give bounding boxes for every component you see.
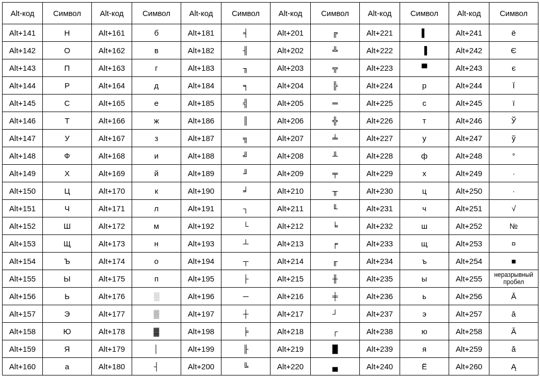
symbol-cell: с (400, 95, 449, 112)
alt-code-cell: Alt+145 (3, 95, 43, 112)
alt-code-cell: Alt+250 (449, 182, 489, 200)
symbol-cell: ╙ (311, 200, 360, 217)
symbol-cell: и (132, 147, 181, 165)
table-row: Alt+147УAlt+167зAlt+187╗Alt+207╧Alt+227у… (3, 130, 538, 147)
symbol-cell: └ (221, 217, 271, 235)
symbol-cell: ă (489, 340, 538, 358)
symbol-cell: Ā (489, 288, 538, 305)
table-row: Alt+158ЮAlt+178▓Alt+198╞Alt+218┌Alt+238ю… (3, 323, 538, 340)
symbol-cell: ║ (221, 112, 271, 130)
alt-code-cell: Alt+244 (449, 77, 489, 95)
table-header-row: Alt-код Символ Alt-код Символ Alt-код Си… (3, 3, 538, 24)
symbol-cell: у (400, 130, 449, 147)
alt-code-cell: Alt+178 (92, 323, 132, 340)
alt-code-cell: Alt+253 (449, 235, 489, 253)
alt-code-cell: Alt+175 (92, 270, 132, 288)
alt-code-cell: Alt+187 (181, 130, 221, 147)
alt-code-cell: Alt+213 (271, 235, 311, 253)
symbol-cell: ╝ (221, 147, 271, 165)
symbol-cell: Є (489, 42, 538, 59)
alt-code-cell: Alt+230 (360, 182, 400, 200)
alt-code-cell: Alt+192 (181, 217, 221, 235)
symbol-cell: ╟ (221, 340, 271, 358)
symbol-cell: Ъ (43, 253, 92, 270)
alt-code-cell: Alt+248 (449, 147, 489, 165)
symbol-cell: ╕ (221, 77, 271, 95)
alt-code-cell: Alt+240 (360, 358, 400, 375)
header-code: Alt-код (3, 3, 43, 24)
symbol-cell: ╪ (311, 288, 360, 305)
alt-code-cell: Alt+143 (3, 59, 43, 77)
symbol-cell: й (132, 165, 181, 182)
alt-code-cell: Alt+233 (360, 235, 400, 253)
alt-code-cell: Alt+197 (181, 305, 221, 323)
alt-code-cell: Alt+151 (3, 200, 43, 217)
alt-code-cell: Alt+148 (3, 147, 43, 165)
alt-code-cell: Alt+204 (271, 77, 311, 95)
symbol-cell: ф (400, 147, 449, 165)
symbol-cell: Т (43, 112, 92, 130)
symbol-cell: ┘ (311, 305, 360, 323)
symbol-cell: ў (489, 130, 538, 147)
symbol-cell: ╓ (311, 253, 360, 270)
table-row: Alt+144РAlt+164дAlt+184╕Alt+204╠Alt+224р… (3, 77, 538, 95)
symbol-cell: Н (43, 24, 92, 42)
symbol-cell: ┼ (221, 305, 271, 323)
alt-code-cell: Alt+160 (3, 358, 43, 375)
symbol-cell: ї (489, 95, 538, 112)
alt-code-cell: Alt+260 (449, 358, 489, 375)
symbol-cell: т (400, 112, 449, 130)
symbol-cell: ╬ (311, 112, 360, 130)
symbol-cell: ╒ (311, 235, 360, 253)
alt-code-cell: Alt+167 (92, 130, 132, 147)
symbol-cell: ж (132, 112, 181, 130)
alt-code-cell: Alt+212 (271, 217, 311, 235)
alt-code-cell: Alt+176 (92, 288, 132, 305)
alt-code-cell: Alt+227 (360, 130, 400, 147)
alt-code-cell: Alt+190 (181, 182, 221, 200)
symbol-cell: ▒ (132, 305, 181, 323)
alt-code-cell: Alt+189 (181, 165, 221, 182)
alt-code-cell: Alt+147 (3, 130, 43, 147)
table-row: Alt+148ФAlt+168иAlt+188╝Alt+208╨Alt+228ф… (3, 147, 538, 165)
alt-code-cell: Alt+229 (360, 165, 400, 182)
alt-code-cell: Alt+249 (449, 165, 489, 182)
alt-code-cell: Alt+207 (271, 130, 311, 147)
symbol-cell: ╣ (221, 95, 271, 112)
alt-code-cell: Alt+228 (360, 147, 400, 165)
symbol-cell: л (132, 200, 181, 217)
symbol-cell: ¤ (489, 235, 538, 253)
alt-code-cell: Alt+146 (3, 112, 43, 130)
symbol-cell: ░ (132, 288, 181, 305)
alt-code-cell: Alt+199 (181, 340, 221, 358)
alt-code-cell: Alt+216 (271, 288, 311, 305)
symbol-cell: е (132, 95, 181, 112)
symbol-cell: ╦ (311, 59, 360, 77)
alt-code-cell: Alt+259 (449, 340, 489, 358)
symbol-cell: № (489, 217, 538, 235)
symbol-cell: ┌ (311, 323, 360, 340)
symbol-cell: ▓ (132, 323, 181, 340)
alt-code-table: Alt-код Символ Alt-код Символ Alt-код Си… (2, 2, 538, 375)
symbol-cell: √ (489, 200, 538, 217)
symbol-cell: Щ (43, 235, 92, 253)
table-row: Alt+156ЬAlt+176░Alt+196─Alt+216╪Alt+236ь… (3, 288, 538, 305)
symbol-cell: ╠ (311, 77, 360, 95)
symbol-cell: ╡ (221, 24, 271, 42)
alt-code-cell: Alt+243 (449, 59, 489, 77)
alt-code-cell: Alt+191 (181, 200, 221, 217)
symbol-cell: н (132, 235, 181, 253)
symbol-cell: │ (132, 340, 181, 358)
symbol-cell: м (132, 217, 181, 235)
alt-code-cell: Alt+206 (271, 112, 311, 130)
symbol-cell: г (132, 59, 181, 77)
alt-code-cell: Alt+156 (3, 288, 43, 305)
alt-code-cell: Alt+234 (360, 253, 400, 270)
symbol-cell: · (489, 182, 538, 200)
symbol-cell: ш (400, 217, 449, 235)
alt-code-cell: Alt+168 (92, 147, 132, 165)
symbol-cell: ю (400, 323, 449, 340)
table-body: Alt+141НAlt+161бAlt+181╡Alt+201╔Alt+221▌… (3, 24, 538, 375)
symbol-cell: ┴ (221, 235, 271, 253)
alt-code-cell: Alt+223 (360, 59, 400, 77)
